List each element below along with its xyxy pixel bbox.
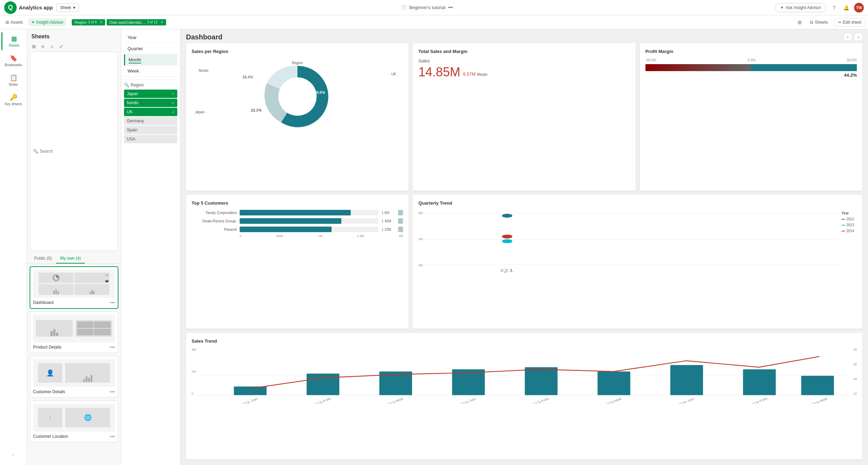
sidebar-key-drivers-label: Key drivers (5, 102, 22, 106)
trend-yr-44: 44 (853, 377, 857, 381)
sidebar-item-sheets[interactable]: ▦ Sheets (1, 32, 26, 50)
legend-2014: 2014 (842, 229, 854, 233)
nordic-pct: 18.4% (242, 75, 253, 79)
bar-value-paracel: 1.33M (381, 228, 395, 231)
trend-y-2m: 2M (192, 370, 196, 373)
search-icon: 🔍 (33, 149, 38, 154)
svg-rect-19 (743, 369, 776, 395)
notification-icon[interactable]: 🔔 (842, 4, 850, 12)
filter-year[interactable]: Year (124, 32, 177, 43)
sheet-label-dashboard: Dashboard ••• (33, 300, 115, 305)
region-uk[interactable]: UK ✓ (124, 108, 177, 116)
tab-my-own[interactable]: My own (4) (56, 254, 85, 264)
main: ▦ Sheets 🔖 Bookmarks 📋 Notes 🔑 Key drive… (0, 29, 868, 465)
svg-text:2012-Jan: 2012-Jan (238, 397, 259, 403)
sidebar-item-key-drivers[interactable]: 🔑 Key drivers (1, 91, 26, 109)
sidebar: ▦ Sheets 🔖 Bookmarks 📋 Notes 🔑 Key drive… (0, 29, 27, 465)
sidebar-item-notes[interactable]: 📋 Notes (1, 71, 26, 89)
region-filter-label: Region (131, 83, 144, 87)
sidebar-bookmarks-label: Bookmarks (5, 63, 22, 67)
region-chip-label: Region (75, 20, 87, 24)
svg-text:Q1: Q1 (500, 268, 514, 273)
trend-svg: 2012-Jan 2012-Feb 2012-Mar 2013-Jan 2013… (197, 348, 852, 404)
date-filter-chip[interactable]: Date.autoCalendar.... 3 of 12 ✕ (107, 19, 166, 25)
usa-label: USA (127, 137, 135, 142)
sheet-card-dashboard[interactable]: #1 📷 (30, 267, 118, 308)
y-5m: 5M (418, 237, 423, 241)
sheet-card-location[interactable]: ↑ 🌐 Customer Location ••• (30, 401, 118, 442)
japan-pct: 22.1% (251, 108, 262, 112)
edit-sheet-btn[interactable]: ✏ Edit sheet (834, 18, 865, 26)
grid-sheets-icon[interactable]: ⊞ (30, 43, 38, 50)
region-filter-close[interactable]: ✕ (100, 20, 102, 24)
region-nordic[interactable]: Nordic ✓ (124, 99, 177, 107)
search-input[interactable] (40, 149, 115, 154)
uk-label-chart: UK (391, 72, 396, 76)
filter-year-label: Year (127, 35, 137, 40)
sales-label: Sales (418, 58, 630, 63)
svg-point-7 (502, 235, 512, 238)
sheet-more-dashboard[interactable]: ••• (110, 300, 115, 305)
bookmarks-icon: 🔖 (10, 54, 17, 62)
insight-advisor-btn[interactable]: ✦ Ask Insight Advisor (775, 3, 826, 12)
region-japan[interactable]: Japan ✓ (124, 90, 177, 98)
bar-chart: Tandy Corporation 1.6M Deak-Perera Group… (192, 210, 403, 232)
help-icon[interactable]: ? (830, 4, 838, 12)
margin-value: 6.57M Margin (463, 71, 487, 77)
legend-2013-label: 2013 (846, 223, 854, 227)
quarterly-y-axis: 6M 5M 4M (418, 210, 424, 273)
sheet-search[interactable]: 🔍 (30, 52, 118, 251)
svg-text:2012-Feb: 2012-Feb (311, 397, 332, 404)
region-usa[interactable]: USA (124, 135, 177, 143)
assets-btn[interactable]: ⊞ Assets (3, 18, 26, 26)
filter-month-label: Month (129, 57, 141, 63)
tab-public[interactable]: Public (0) (30, 254, 56, 264)
more-icon[interactable]: ••• (448, 5, 453, 10)
sheet-more-product[interactable]: ••• (110, 344, 115, 350)
region-germany[interactable]: Germany (124, 117, 177, 125)
sheet-card-product[interactable]: Product Details ••• (30, 311, 118, 353)
sheet-label-customer: Customer Details ••• (33, 389, 115, 395)
japan-check: ✓ (172, 92, 175, 96)
svg-point-6 (502, 239, 512, 243)
sheet-name-customer: Customer Details (33, 389, 65, 394)
legend-2014-label: 2014 (846, 229, 854, 233)
assets-icon: ⊞ (6, 20, 9, 25)
dashboard-title: Dashboard (186, 33, 222, 41)
region-spain[interactable]: Spain (124, 126, 177, 134)
sidebar-item-bookmarks[interactable]: 🔖 Bookmarks (1, 52, 26, 70)
sheet-name-dashboard: Dashboard (33, 300, 54, 305)
date-filter-close[interactable]: ✕ (161, 20, 163, 24)
uk-label: UK (127, 109, 133, 114)
region-filter-chip[interactable]: Region 3 of 6 ✕ (72, 19, 105, 25)
app-logo[interactable]: Q Analytics app (4, 1, 53, 14)
key-drivers-icon: 🔑 (10, 93, 17, 101)
filter-quarter[interactable]: Quarter (124, 43, 177, 54)
sheet-card-customer[interactable]: 👤 Customer Details (30, 356, 118, 398)
sheet-thumb-location: ↑ 🌐 (33, 404, 115, 432)
svg-rect-16 (525, 367, 557, 395)
grid-view-icon[interactable]: ⊞ (796, 18, 804, 26)
sheets-btn[interactable]: ⊟ Sheets (806, 18, 831, 26)
insight-advisor-toolbar-btn[interactable]: ✦ Insight Advisor (29, 18, 66, 26)
svg-text:2014-Jan: 2014-Jan (675, 397, 696, 403)
sheets-label: Sheets (815, 20, 828, 25)
sheet-dropdown[interactable]: Sheet ▾ (56, 3, 79, 12)
avatar[interactable]: TW (854, 3, 864, 13)
profit-bar (645, 64, 857, 71)
expand-sheets-icon[interactable]: ⤢ (57, 43, 65, 50)
list-sheets-icon[interactable]: ≡ (39, 43, 47, 50)
sidebar-collapse-btn[interactable]: ← (1, 450, 26, 459)
sidebar-bottom: ← (1, 450, 26, 465)
toolbar: ⊞ Assets ✦ Insight Advisor Region 3 of 6… (0, 15, 868, 29)
assets-label: Assets (10, 20, 23, 25)
sheet-more-location[interactable]: ••• (110, 434, 115, 439)
bar-side-tandy (398, 210, 403, 215)
sheet-more-customer[interactable]: ••• (110, 389, 115, 395)
next-arrow[interactable]: › (854, 33, 862, 41)
filter-week[interactable]: Week (124, 66, 177, 77)
prev-arrow[interactable]: ‹ (844, 33, 852, 41)
filter-sheets-icon[interactable]: ⌽ (48, 43, 56, 50)
filter-month[interactable]: Month (124, 54, 177, 66)
bar-label-deak: Deak-Perera Group. (192, 219, 237, 223)
